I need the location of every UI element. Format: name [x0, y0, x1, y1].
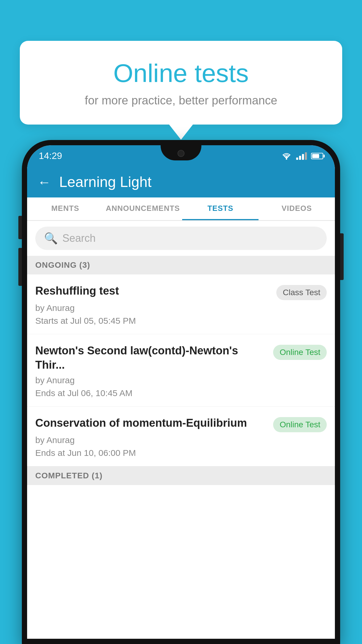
test-item[interactable]: Reshuffling test Class Test by Anurag St…	[27, 274, 335, 334]
test-time: Starts at Jul 05, 05:45 PM	[35, 316, 327, 326]
promo-bubble: Online tests for more practice, better p…	[20, 41, 342, 125]
notch	[161, 145, 201, 160]
back-button[interactable]: ←	[38, 175, 51, 189]
test-time: Ends at Jun 10, 06:00 PM	[35, 448, 327, 458]
tab-tests[interactable]: TESTS	[182, 197, 259, 220]
app-title: Learning Light	[59, 174, 152, 190]
search-placeholder: Search	[62, 232, 96, 244]
search-container: 🔍 Search	[27, 221, 335, 256]
signal-icon	[296, 152, 307, 160]
status-time: 14:29	[39, 150, 62, 161]
tab-announcements[interactable]: ANNOUNCEMENTS	[103, 197, 182, 220]
camera	[178, 150, 184, 157]
test-name: Conservation of momentum-Equilibrium	[35, 416, 268, 430]
side-button-power	[340, 233, 344, 280]
side-button-vol-up	[18, 216, 22, 239]
ongoing-section-label: ONGOING (3)	[27, 256, 335, 274]
test-badge: Online Test	[273, 417, 327, 432]
wifi-icon	[281, 152, 292, 160]
status-icons	[281, 152, 323, 160]
test-item[interactable]: Newton's Second law(contd)-Newton's Thir…	[27, 334, 335, 407]
test-list: Reshuffling test Class Test by Anurag St…	[27, 274, 335, 639]
test-badge: Online Test	[273, 345, 327, 360]
app-header: ← Learning Light	[27, 167, 335, 197]
bubble-title: Online tests	[43, 58, 319, 88]
side-button-vol-down	[18, 248, 22, 286]
search-icon: 🔍	[44, 232, 58, 245]
bubble-subtitle: for more practice, better performance	[43, 94, 319, 107]
tab-bar: MENTS ANNOUNCEMENTS TESTS VIDEOS	[27, 197, 335, 221]
phone-screen: 14:29	[27, 145, 335, 639]
tab-ments[interactable]: MENTS	[27, 197, 103, 220]
svg-point-0	[286, 158, 287, 160]
test-time: Ends at Jul 06, 10:45 AM	[35, 388, 327, 398]
phone-frame: 14:29	[22, 140, 340, 644]
test-badge: Class Test	[276, 285, 327, 300]
battery-icon	[311, 153, 323, 159]
test-author: by Anurag	[35, 375, 327, 385]
test-name: Newton's Second law(contd)-Newton's Thir…	[35, 344, 268, 372]
search-bar[interactable]: 🔍 Search	[35, 227, 327, 250]
test-author: by Anurag	[35, 435, 327, 445]
test-author: by Anurag	[35, 303, 327, 313]
test-name: Reshuffling test	[35, 284, 272, 298]
status-bar: 14:29	[27, 145, 335, 167]
test-item[interactable]: Conservation of momentum-Equilibrium Onl…	[27, 407, 335, 466]
tab-videos[interactable]: VIDEOS	[259, 197, 335, 220]
completed-section-label: COMPLETED (1)	[27, 466, 335, 485]
